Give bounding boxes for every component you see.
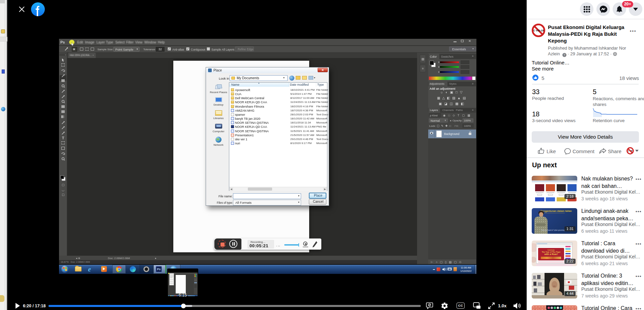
- svg-text:C VID-19: C VID-19: [533, 29, 544, 32]
